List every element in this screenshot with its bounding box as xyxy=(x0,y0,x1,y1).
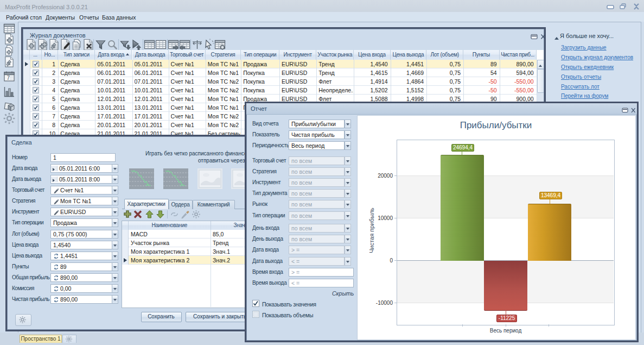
svg-text:7: 7 xyxy=(7,75,10,81)
